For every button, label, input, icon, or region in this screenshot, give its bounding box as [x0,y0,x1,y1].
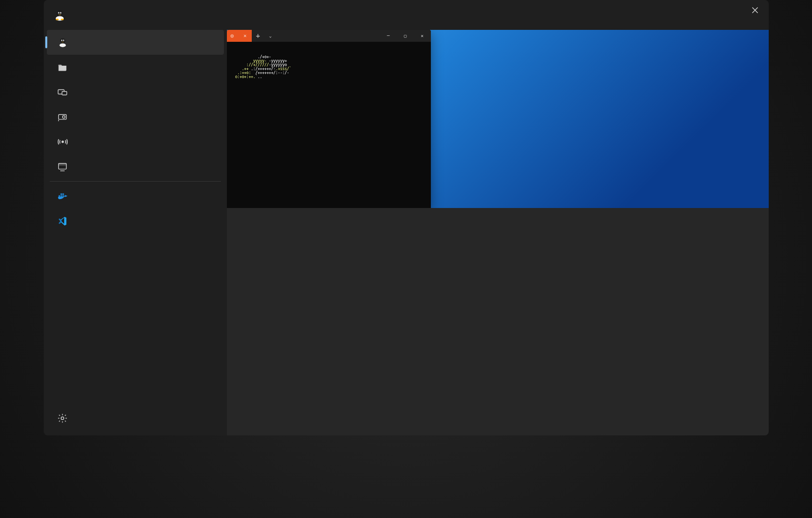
close-icon [752,7,758,13]
svg-point-18 [62,141,63,142]
svg-rect-22 [61,195,62,197]
svg-rect-23 [63,195,64,197]
sidebar-item-distro[interactable] [47,154,224,179]
ubuntu-icon: ◎ [231,33,234,39]
sidebar-item-general[interactable] [47,30,224,55]
svg-point-5 [60,13,61,13]
distro-icon [57,161,69,173]
hero-image: ◎ ✕ + ⌄ ─ ▢ ✕ ./+o+- [227,30,769,208]
sidebar-item-gui-apps[interactable] [47,80,224,104]
sidebar-item-networking[interactable] [47,129,224,154]
svg-point-13 [63,40,64,41]
svg-point-8 [60,38,65,44]
svg-point-4 [58,13,59,13]
svg-point-0 [56,10,63,17]
docker-icon [57,190,69,202]
hero-terminal-ubuntu: ◎ ✕ + ⌄ ─ ▢ ✕ ./+o+- [227,30,431,208]
gear-icon [57,412,69,424]
sidebar-item-docker[interactable] [47,184,224,208]
chevron-down-icon: ⌄ [265,30,277,42]
network-icon [57,136,69,148]
folder-icon [57,61,69,73]
svg-rect-24 [61,193,62,195]
svg-point-7 [61,18,64,20]
terminal-body: ./+o+- yyyyy- -yyyyyy+ ://+//////-yyyyyy… [227,42,431,82]
window-controls: ─ ▢ ✕ [380,30,431,42]
sidebar-item-gpu[interactable] [47,104,224,129]
titlebar [44,0,769,30]
vscode-icon [57,215,69,227]
svg-point-12 [61,40,62,41]
nav-group-2 [44,184,227,233]
close-button[interactable] [741,0,769,20]
svg-point-26 [61,416,64,419]
terminal-tab: ◎ ✕ [227,30,252,42]
sidebar-item-filesystems[interactable] [47,55,224,80]
terminal-titlebar: ◎ ✕ + ⌄ ─ ▢ ✕ [227,30,431,42]
svg-point-9 [59,43,66,47]
ascii-art: ./+o+- yyyyy- -yyyyyy+ ://+//////-yyyyyy… [231,55,427,79]
svg-point-6 [56,18,59,20]
gpu-icon [57,111,69,123]
nav-group-1 [44,30,227,179]
svg-rect-25 [63,193,64,195]
apps-icon [57,86,69,98]
body: ◎ ✕ + ⌄ ─ ▢ ✕ ./+o+- [44,30,769,435]
app-window: ◎ ✕ + ⌄ ─ ▢ ✕ ./+o+- [44,0,769,435]
sidebar [44,30,227,435]
svg-rect-21 [59,195,60,197]
new-tab-button: + [252,30,265,42]
sidebar-item-settings[interactable] [47,406,224,430]
close-icon: ✕ [414,30,431,42]
tux-icon [57,36,69,48]
maximize-icon: ▢ [397,30,414,42]
svg-rect-15 [62,91,67,95]
tab-close-icon: ✕ [244,33,247,39]
svg-rect-20 [59,163,67,165]
content: ◎ ✕ + ⌄ ─ ▢ ✕ ./+o+- [227,30,769,435]
svg-point-17 [63,115,65,118]
sidebar-separator [50,181,221,182]
minimize-icon: ─ [380,30,397,42]
tux-app-icon [53,8,67,22]
sidebar-item-vscode[interactable] [47,208,224,233]
